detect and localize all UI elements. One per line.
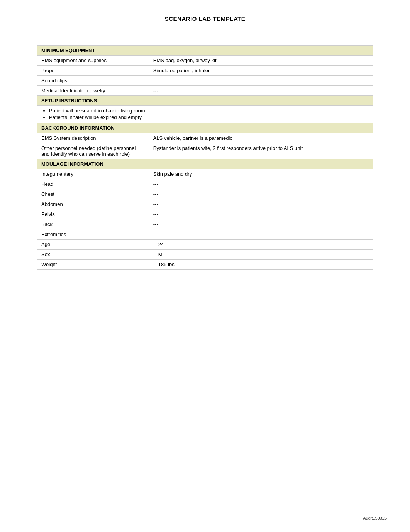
table-row: Sex ---M [37, 250, 373, 260]
value-age: ---24 [149, 240, 373, 250]
table-row: Integumentary Skin pale and dry [37, 169, 373, 179]
value-sound-clips [149, 76, 373, 86]
value-abdomen: --- [149, 199, 373, 209]
table-row: Abdomen --- [37, 199, 373, 209]
label-other-personnel: Other personnel needed (define personnel… [37, 143, 149, 159]
table-row: Sound clips [37, 76, 373, 86]
table-row: EMS equipment and supplies EMS bag, oxyg… [37, 56, 373, 66]
label-pelvis: Pelvis [37, 209, 149, 219]
bullet-item: Patients inhaler will be expired and emp… [49, 114, 369, 120]
section-header-row: SETUP INSTRUCTIONS [37, 96, 373, 106]
section-header-row: MOULAGE INFORMATION [37, 159, 373, 169]
label-sex: Sex [37, 250, 149, 260]
table-row: Head --- [37, 179, 373, 189]
value-extremities: --- [149, 229, 373, 240]
label-integumentary: Integumentary [37, 169, 149, 179]
main-table: MINIMUM EQUIPMENT EMS equipment and supp… [37, 45, 373, 270]
label-age: Age [37, 240, 149, 250]
label-extremities: Extremities [37, 229, 149, 240]
table-row: EMS System description ALS vehicle, part… [37, 133, 373, 143]
table-row: Patient will be seated in chair in livin… [37, 106, 373, 123]
table-row: Weight ---185 lbs [37, 260, 373, 270]
moulage-information-header: MOULAGE INFORMATION [37, 159, 373, 169]
table-row: Other personnel needed (define personnel… [37, 143, 373, 159]
value-ems-system: ALS vehicle, partner is a paramedic [149, 133, 373, 143]
setup-instructions-header: SETUP INSTRUCTIONS [37, 96, 373, 106]
background-information-header: BACKGROUND INFORMATION [37, 123, 373, 133]
value-head: --- [149, 179, 373, 189]
value-chest: --- [149, 189, 373, 199]
label-sound-clips: Sound clips [37, 76, 149, 86]
setup-bullets: Patient will be seated in chair in livin… [41, 108, 369, 120]
table-row: Age ---24 [37, 240, 373, 250]
table-row: Chest --- [37, 189, 373, 199]
value-ems-equipment: EMS bag, oxygen, airway kit [149, 56, 373, 66]
value-back: --- [149, 219, 373, 229]
value-medical-id: --- [149, 86, 373, 96]
section-header-row: MINIMUM EQUIPMENT [37, 46, 373, 56]
section-header-row: BACKGROUND INFORMATION [37, 123, 373, 133]
page: SCENARIO LAB TEMPLATE MINIMUM EQUIPMENT … [0, 0, 410, 532]
table-row: Pelvis --- [37, 209, 373, 219]
minimum-equipment-header: MINIMUM EQUIPMENT [37, 46, 373, 56]
table-row: Extremities --- [37, 229, 373, 240]
label-head: Head [37, 179, 149, 189]
label-medical-id: Medical Identification jewelry [37, 86, 149, 96]
label-chest: Chest [37, 189, 149, 199]
label-weight: Weight [37, 260, 149, 270]
footer-text: Audit150325 [363, 516, 387, 520]
value-weight: ---185 lbs [149, 260, 373, 270]
label-props: Props [37, 66, 149, 76]
table-row: Props Simulated patient, inhaler [37, 66, 373, 76]
table-row: Back --- [37, 219, 373, 229]
value-props: Simulated patient, inhaler [149, 66, 373, 76]
setup-instructions-content: Patient will be seated in chair in livin… [37, 106, 373, 123]
value-sex: ---M [149, 250, 373, 260]
label-back: Back [37, 219, 149, 229]
value-integumentary: Skin pale and dry [149, 169, 373, 179]
value-other-personnel: Bystander is patients wife, 2 first resp… [149, 143, 373, 159]
label-ems-system: EMS System description [37, 133, 149, 143]
label-ems-equipment: EMS equipment and supplies [37, 56, 149, 66]
label-abdomen: Abdomen [37, 199, 149, 209]
page-title: SCENARIO LAB TEMPLATE [23, 15, 387, 22]
table-row: Medical Identification jewelry --- [37, 86, 373, 96]
bullet-item: Patient will be seated in chair in livin… [49, 108, 369, 114]
value-pelvis: --- [149, 209, 373, 219]
